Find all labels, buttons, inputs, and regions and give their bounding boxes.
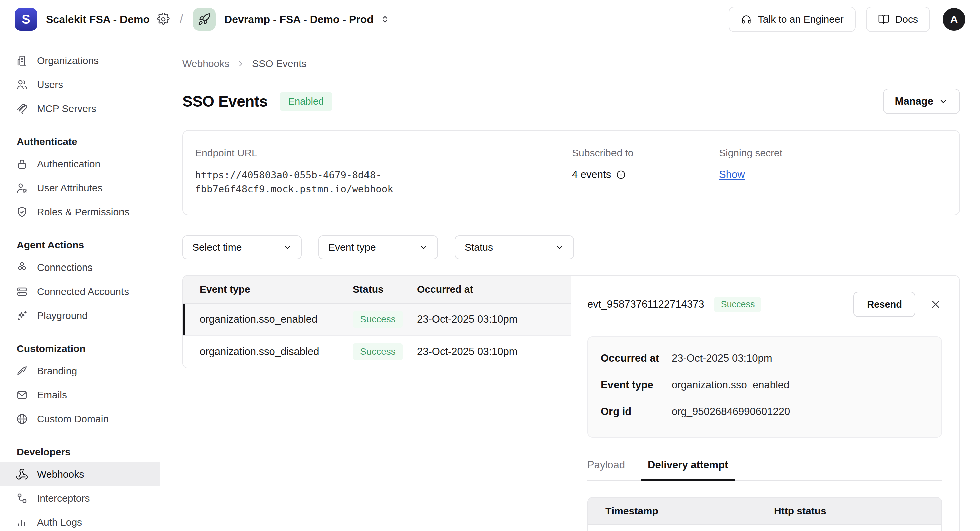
sidebar-item-connected-accounts[interactable]: Connected Accounts xyxy=(0,279,159,304)
main-content: Webhooks SSO Events SSO Events Enabled M… xyxy=(160,40,980,531)
sidebar-item-emails[interactable]: Emails xyxy=(0,383,159,407)
events-table: Event type Status Occurred at organizati… xyxy=(182,275,571,368)
detail-header: evt_95873761122714373 Success Resend xyxy=(587,292,942,317)
webhook-summary-card: Endpoint URL https://405803a0-055b-4679-… xyxy=(182,130,960,216)
sidebar-item-branding[interactable]: Branding xyxy=(0,359,159,383)
table-row[interactable]: 23-Oct-2025 03:10pm 201 xyxy=(588,525,941,531)
status-filter[interactable]: Status xyxy=(455,236,574,260)
sidebar-item-users[interactable]: Users xyxy=(0,73,159,97)
event-detail-panel: evt_95873761122714373 Success Resend Occ… xyxy=(571,275,960,531)
field-value: org_95026846990601220 xyxy=(671,406,790,418)
show-secret-link[interactable]: Show xyxy=(719,169,745,181)
sidebar: Organizations Users MCP Servers xyxy=(0,40,160,531)
close-icon[interactable] xyxy=(929,298,942,311)
sidebar-item-mcp-servers[interactable]: MCP Servers xyxy=(0,97,159,121)
sparkles-icon xyxy=(16,309,29,322)
sidebar-item-playground[interactable]: Playground xyxy=(0,304,159,328)
sidebar-item-label: Authentication xyxy=(37,159,100,170)
bar-chart-icon xyxy=(16,516,29,529)
endpoint-url-value: https://405803a0-055b-4679-8d48- fbb7e6f… xyxy=(195,168,572,196)
sidebar-item-roles-permissions[interactable]: Roles & Permissions xyxy=(0,200,159,224)
status-badge: Success xyxy=(714,296,761,312)
sidebar-item-organizations[interactable]: Organizations xyxy=(0,49,159,73)
table-row[interactable]: organization.sso_enabled Success 23-Oct-… xyxy=(183,304,571,336)
topbar-actions: Talk to an Engineer Docs A xyxy=(729,7,965,32)
event-type-filter[interactable]: Event type xyxy=(318,236,438,260)
talk-to-engineer-label: Talk to an Engineer xyxy=(758,14,844,25)
col-event-type: Event type xyxy=(200,284,353,295)
field-value: organization.sso_enabled xyxy=(671,379,789,391)
sidebar-item-connections[interactable]: Connections xyxy=(0,255,159,279)
sidebar-item-label: Connected Accounts xyxy=(37,286,129,297)
topbar: S Scalekit FSA - Demo / Devramp - FSA - … xyxy=(0,0,980,40)
col-occurred-at: Occurred at xyxy=(417,284,571,295)
headphones-icon xyxy=(741,14,752,25)
enabled-badge: Enabled xyxy=(280,92,332,111)
status-label: Status xyxy=(465,242,493,253)
sidebar-item-authentication[interactable]: Authentication xyxy=(0,152,159,176)
sidebar-item-label: Branding xyxy=(37,365,77,377)
breadcrumb-separator: / xyxy=(180,12,183,26)
cubes-icon xyxy=(16,261,29,274)
subscribed-value: 4 events xyxy=(572,169,719,181)
user-gear-icon xyxy=(16,182,29,195)
table-row[interactable]: organization.sso_disabled Success 23-Oct… xyxy=(183,336,571,368)
delivery-attempts-table: Timestamp Http status 23-Oct-2025 03:10p… xyxy=(587,497,942,531)
sidebar-item-custom-domain[interactable]: Custom Domain xyxy=(0,407,159,431)
mcp-icon xyxy=(16,102,29,115)
scalekit-logo[interactable]: S xyxy=(15,8,37,31)
chevron-right-icon xyxy=(236,59,245,68)
occurred-at-cell: 23-Oct-2025 03:10pm xyxy=(417,313,571,325)
manage-button[interactable]: Manage xyxy=(883,89,960,114)
occurred-at-cell: 23-Oct-2025 03:10pm xyxy=(417,346,571,358)
sidebar-item-interceptors[interactable]: Interceptors xyxy=(0,486,159,510)
chevron-down-icon xyxy=(419,243,428,252)
sidebar-item-label: MCP Servers xyxy=(37,103,97,114)
sidebar-item-label: Connections xyxy=(37,262,93,273)
breadcrumb: Webhooks SSO Events xyxy=(182,58,960,70)
resend-button[interactable]: Resend xyxy=(853,292,915,317)
sidebar-item-label: User Attributes xyxy=(37,182,103,194)
talk-to-engineer-button[interactable]: Talk to an Engineer xyxy=(729,7,856,32)
webhook-icon xyxy=(16,468,29,480)
org-name[interactable]: Scalekit FSA - Demo xyxy=(46,13,150,26)
avatar[interactable]: A xyxy=(943,8,965,31)
field-org-id: Org id org_95026846990601220 xyxy=(601,406,929,418)
detail-tabs: Payload Delivery attempt xyxy=(587,459,942,481)
sidebar-item-label: Auth Logs xyxy=(37,517,82,528)
info-icon[interactable] xyxy=(616,170,626,180)
project-chip[interactable] xyxy=(193,8,216,31)
brush-icon xyxy=(16,365,29,377)
subscribed-label: Subscribed to xyxy=(572,147,719,159)
sidebar-item-label: Playground xyxy=(37,310,88,321)
sidebar-item-webhooks[interactable]: Webhooks xyxy=(0,462,159,486)
select-time-filter[interactable]: Select time xyxy=(182,236,302,260)
building-icon xyxy=(16,54,29,67)
gear-icon[interactable] xyxy=(157,13,170,26)
sidebar-item-label: Webhooks xyxy=(37,469,84,480)
sidebar-item-user-attributes[interactable]: User Attributes xyxy=(0,176,159,200)
endpoint-url-label: Endpoint URL xyxy=(195,147,572,159)
users-icon xyxy=(16,78,29,91)
logo-letter: S xyxy=(22,12,30,27)
tab-payload[interactable]: Payload xyxy=(587,459,625,480)
title-row: SSO Events Enabled Manage xyxy=(182,89,960,114)
chevron-down-icon xyxy=(939,97,948,106)
sidebar-item-label: Custom Domain xyxy=(37,413,109,425)
signing-secret-label: Signing secret xyxy=(719,147,947,159)
event-fields-card: Occurred at 23-Oct-2025 03:10pm Event ty… xyxy=(587,336,942,437)
project-name[interactable]: Devramp - FSA - Demo - Prod xyxy=(224,13,374,26)
shield-check-icon xyxy=(16,206,29,219)
event-type-cell: organization.sso_enabled xyxy=(200,313,353,325)
sidebar-item-auth-logs[interactable]: Auth Logs xyxy=(0,510,159,531)
events-and-detail: Event type Status Occurred at organizati… xyxy=(182,275,960,531)
docs-button[interactable]: Docs xyxy=(866,7,930,32)
chevron-down-icon xyxy=(283,243,292,252)
status-badge: Success xyxy=(353,343,403,360)
field-event-type: Event type organization.sso_enabled xyxy=(601,379,929,391)
tab-delivery-attempt[interactable]: Delivery attempt xyxy=(648,459,728,480)
breadcrumb-webhooks[interactable]: Webhooks xyxy=(182,58,229,70)
sidebar-item-label: Roles & Permissions xyxy=(37,206,129,218)
lock-icon xyxy=(16,158,29,170)
chevrons-up-down-icon[interactable] xyxy=(380,14,390,25)
